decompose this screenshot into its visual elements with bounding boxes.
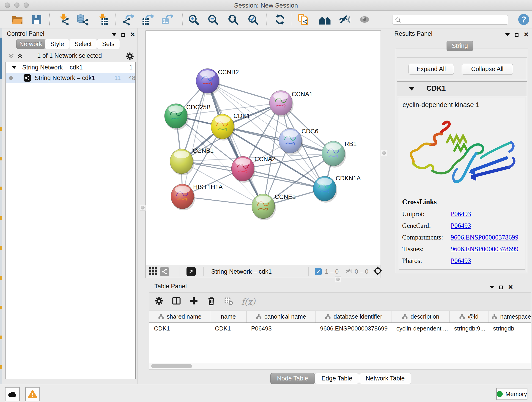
table-options-gear-icon[interactable] [154,296,164,307]
panel-close-icon[interactable]: ✕ [508,284,513,290]
table-horizontal-scrollbar[interactable] [149,363,531,369]
crosslink-link[interactable]: P06493 [451,222,471,230]
column-header-namespace[interactable]: namespace [488,311,531,322]
node-CDC6[interactable] [279,128,303,155]
tab-node-table[interactable]: Node Table [270,373,315,384]
help-icon[interactable]: ? [517,13,530,26]
panel-collapse-icon[interactable] [112,33,116,36]
column-header-database-identifier[interactable]: database identifier [316,311,392,322]
open-session-icon[interactable] [11,13,24,26]
node-CDC25B[interactable] [165,104,189,130]
cell-shared-name[interactable]: CDK1 [149,323,210,363]
tab-network-table[interactable]: Network Table [359,373,412,384]
column-header-name[interactable]: name [210,311,247,322]
tab-sets[interactable]: Sets [97,39,120,49]
memory-button[interactable]: Memory [496,388,527,400]
node-CDKN1A[interactable] [313,176,337,203]
node-RB1[interactable] [322,141,346,167]
crosslink-link[interactable]: 9606.ENSP00000378699 [451,245,519,253]
expand-all-button[interactable]: Expand All [409,64,454,75]
network-options-gear-icon[interactable] [126,52,134,61]
collapse-all-button[interactable]: Collapse All [462,64,513,75]
tab-select[interactable]: Select [69,39,97,49]
tab-string[interactable]: String [447,41,473,51]
toolbar-separator [115,13,116,26]
create-column-plus-icon[interactable] [189,296,198,307]
save-session-icon[interactable] [30,13,43,26]
cell-namespace[interactable]: stringdb [488,323,531,363]
column-header-description[interactable]: description [392,311,450,322]
node-CCNA2[interactable] [231,156,255,183]
cell-@id[interactable]: stringdb:9... [450,323,488,363]
panel-close-icon[interactable]: ✕ [524,32,529,38]
scrollbar-thumb[interactable] [151,364,192,368]
tab-edge-table[interactable]: Edge Table [315,373,359,384]
selected-checkbox-icon[interactable] [315,268,322,275]
network-canvas[interactable]: CCNB2CCNA1CDC25BCDK1CDC6RB1CCNB1CCNA2CDK… [146,31,381,265]
cell-database-identifier[interactable]: 9606.ENSP00000378699 [316,323,392,363]
grid-view-icon[interactable] [149,267,157,276]
search-box[interactable] [392,15,508,25]
statusbar-separator [371,267,371,276]
edge-CCNB2-HIST1H1A[interactable] [182,81,208,196]
panel-float-icon[interactable] [121,33,125,37]
export-network-icon[interactable] [121,13,134,26]
node-CDK1[interactable] [211,114,235,140]
zoom-out-icon[interactable] [206,13,220,26]
panel-collapse-icon[interactable] [505,33,510,36]
panel-float-icon[interactable] [515,33,519,37]
cloud-status-button[interactable] [5,387,20,401]
import-network-file-icon[interactable] [57,13,70,26]
column-header-shared-name[interactable]: shared name [149,311,210,322]
bottom-splitter-handle[interactable] [335,276,341,282]
gene-section-header[interactable]: CDK1 [397,82,527,96]
string-view-icon[interactable] [160,267,169,276]
tab-network[interactable]: Network [16,39,45,49]
zoom-selected-icon[interactable] [246,13,260,26]
network-row[interactable]: String Network – cdk1 11 48 [6,73,135,83]
delete-table-icon[interactable] [224,296,233,307]
column-header-canonical-name[interactable]: canonical name [247,311,316,322]
crosslink-link[interactable]: P06493 [451,257,471,264]
fit-crosshair-icon[interactable] [373,266,383,277]
crosslink-link[interactable]: 9606.ENSP00000378699 [451,234,519,241]
network-collection-row[interactable]: String Network – cdk1 1 [6,62,135,73]
warnings-button[interactable] [25,387,40,401]
right-splitter-handle[interactable] [381,150,387,156]
delete-column-trash-icon[interactable] [206,296,216,307]
cell-canonical-name[interactable]: P06493 [247,323,316,363]
panel-close-icon[interactable]: ✕ [130,32,135,38]
refresh-icon[interactable] [273,13,287,26]
cell-description[interactable]: cyclin-dependent ... [392,323,450,363]
import-table-file-icon[interactable] [96,13,109,26]
gene-collapse-caret-icon[interactable] [409,87,414,90]
show-all-icon[interactable] [358,13,371,26]
cell-name[interactable]: CDK1 [210,323,247,363]
function-builder-fx[interactable]: f(x) [241,297,255,306]
panel-collapse-icon[interactable] [490,286,494,289]
crosslink-link[interactable]: P06493 [451,210,471,218]
zoom-fit-icon[interactable] [226,13,240,26]
network-graph[interactable]: CCNB2CCNA1CDC25BCDK1CDC6RB1CCNB1CCNA2CDK… [146,31,380,265]
birdseye-view-icon[interactable] [186,267,196,276]
hide-selected-icon[interactable] [337,13,351,26]
column-header-@id[interactable]: @id [450,311,488,322]
collection-expand-caret-icon[interactable] [12,66,17,69]
first-neighbors-icon[interactable] [318,13,331,26]
left-splitter-handle[interactable] [140,205,146,211]
export-table-icon[interactable] [140,13,154,26]
table-row[interactable]: CDK1CDK1P064939606.ENSP00000378699cyclin… [149,323,531,363]
hidden-eye-icon[interactable] [345,267,352,276]
zoom-in-icon[interactable] [187,13,200,26]
node-CCNB2[interactable] [196,69,220,95]
panel-float-icon[interactable] [499,286,503,289]
show-columns-icon[interactable] [172,296,181,307]
tab-style[interactable]: Style [45,39,70,49]
node-CCNE1[interactable] [252,194,276,220]
clone-network-icon[interactable] [297,13,310,26]
search-input[interactable] [403,16,506,24]
export-image-icon[interactable] [160,13,173,26]
node-HIST1H1A[interactable] [171,184,195,211]
import-network-database-icon[interactable] [76,13,89,26]
node-CCNA1[interactable] [269,90,293,117]
